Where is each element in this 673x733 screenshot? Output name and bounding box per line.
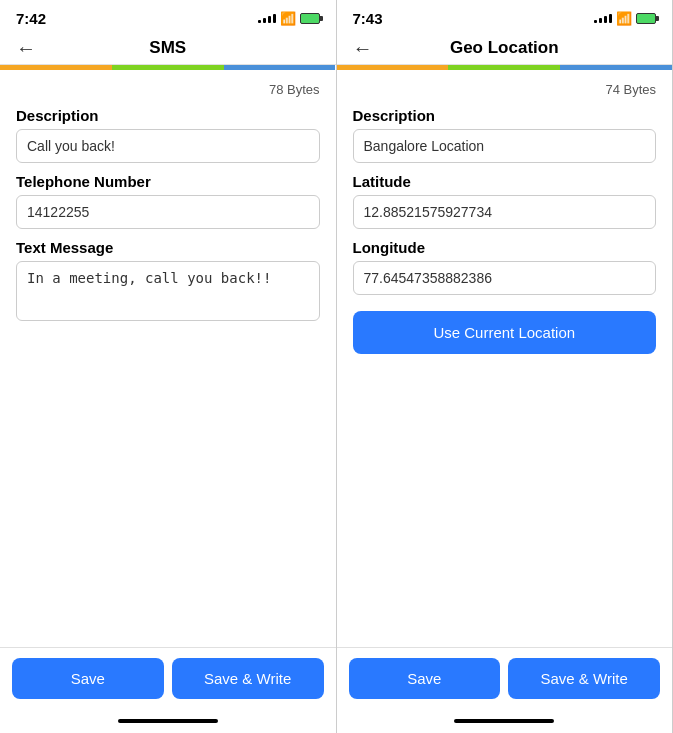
- text-message-input[interactable]: In a meeting, call you back!!: [16, 261, 320, 321]
- bytes-label-left: 78 Bytes: [269, 82, 320, 97]
- longitude-input[interactable]: [353, 261, 657, 295]
- geo-location-panel: 7:43 📶 ← Geo Location 74 Bytes Descripti…: [337, 0, 674, 733]
- status-bar-left: 7:42 📶: [0, 0, 336, 32]
- bytes-label-right: 74 Bytes: [605, 82, 656, 97]
- home-indicator-left: [0, 709, 336, 733]
- latitude-input[interactable]: [353, 195, 657, 229]
- nav-title-left: SMS: [149, 38, 186, 58]
- signal-icon-right: [594, 14, 612, 23]
- nav-title-right: Geo Location: [450, 38, 559, 58]
- nav-bar-right: ← Geo Location: [337, 32, 673, 65]
- status-icons-right: 📶: [594, 11, 656, 26]
- home-bar-right: [454, 719, 554, 723]
- description-label-left: Description: [16, 107, 320, 124]
- sms-content: 78 Bytes Description Telephone Number Te…: [0, 70, 336, 647]
- bytes-row-left: 78 Bytes: [16, 82, 320, 97]
- description-label-right: Description: [353, 107, 657, 124]
- battery-icon-right: [636, 13, 656, 24]
- save-button-left[interactable]: Save: [12, 658, 164, 699]
- signal-icon-left: [258, 14, 276, 23]
- wifi-icon-right: 📶: [616, 11, 632, 26]
- bottom-bar-left: Save Save & Write: [0, 647, 336, 709]
- telephone-label: Telephone Number: [16, 173, 320, 190]
- longitude-label: Longitude: [353, 239, 657, 256]
- bytes-row-right: 74 Bytes: [353, 82, 657, 97]
- geo-content: 74 Bytes Description Latitude Longitude …: [337, 70, 673, 647]
- status-time-left: 7:42: [16, 10, 46, 27]
- home-indicator-right: [337, 709, 673, 733]
- nav-bar-left: ← SMS: [0, 32, 336, 65]
- save-write-button-left[interactable]: Save & Write: [172, 658, 324, 699]
- home-bar-left: [118, 719, 218, 723]
- use-current-location-button[interactable]: Use Current Location: [353, 311, 657, 354]
- status-time-right: 7:43: [353, 10, 383, 27]
- status-bar-right: 7:43 📶: [337, 0, 673, 32]
- sms-panel: 7:42 📶 ← SMS 78 Bytes Description Teleph…: [0, 0, 337, 733]
- battery-icon-left: [300, 13, 320, 24]
- save-write-button-right[interactable]: Save & Write: [508, 658, 660, 699]
- back-button-left[interactable]: ←: [16, 37, 36, 60]
- back-button-right[interactable]: ←: [353, 37, 373, 60]
- description-input-right[interactable]: [353, 129, 657, 163]
- wifi-icon-left: 📶: [280, 11, 296, 26]
- save-button-right[interactable]: Save: [349, 658, 501, 699]
- status-icons-left: 📶: [258, 11, 320, 26]
- description-input-left[interactable]: [16, 129, 320, 163]
- bottom-bar-right: Save Save & Write: [337, 647, 673, 709]
- text-message-label: Text Message: [16, 239, 320, 256]
- telephone-input[interactable]: [16, 195, 320, 229]
- latitude-label: Latitude: [353, 173, 657, 190]
